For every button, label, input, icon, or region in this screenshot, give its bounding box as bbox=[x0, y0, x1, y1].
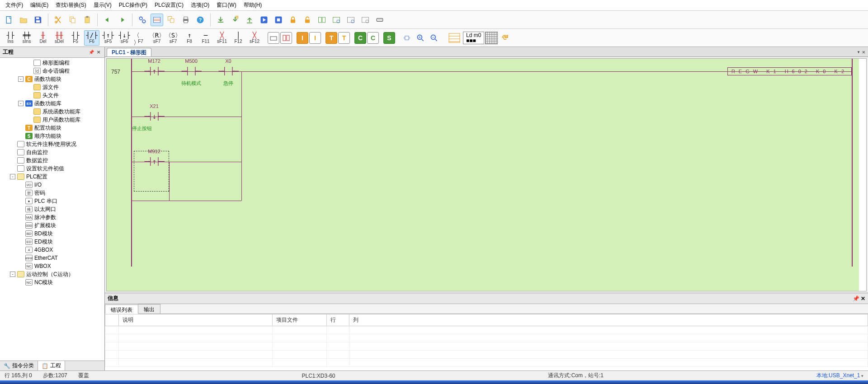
compare-button[interactable] bbox=[316, 14, 328, 26]
tree-node[interactable]: 源文件 bbox=[0, 83, 104, 91]
chip-i1[interactable]: I bbox=[297, 32, 308, 44]
info-pin-icon[interactable]: 📌 bbox=[853, 295, 859, 302]
tree-node[interactable]: BDBD模块 bbox=[0, 229, 104, 238]
editor-tab-plc1[interactable]: PLC1 - 梯形图 bbox=[107, 48, 151, 56]
tree-node[interactable]: 用户函数功能库 bbox=[0, 116, 104, 124]
ladder-sins[interactable]: ╪╪sIns bbox=[19, 30, 34, 46]
col-line[interactable]: 行 bbox=[327, 314, 349, 326]
monitor2-button[interactable] bbox=[344, 14, 357, 26]
tree-node[interactable]: 格以太网口 bbox=[0, 205, 104, 213]
contact-m172[interactable]: M172 ─┤↑├─ bbox=[143, 65, 165, 78]
tree-node[interactable]: etmlEtherCAT bbox=[0, 254, 104, 262]
contact-x21[interactable]: X21 ─┤↓├─ 停止按钮 bbox=[143, 110, 165, 123]
menu-edit[interactable]: 编辑(E) bbox=[27, 0, 52, 10]
chip-c1[interactable]: C bbox=[354, 32, 366, 44]
tree-node[interactable]: 数据监控 bbox=[0, 156, 104, 164]
editor-dropdown-icon[interactable]: ▾ bbox=[857, 49, 860, 55]
ladder-f5[interactable]: ┤├F5 bbox=[68, 30, 83, 46]
menu-file[interactable]: 文件(F) bbox=[2, 0, 27, 10]
tree-node[interactable]: -EX函数功能库 bbox=[0, 99, 104, 108]
tree-node[interactable]: NCNC模块 bbox=[0, 278, 104, 286]
find-button[interactable] bbox=[136, 14, 149, 26]
download-part-button[interactable] bbox=[229, 14, 241, 26]
panel-pin-icon[interactable]: 📌 bbox=[88, 49, 94, 56]
table-row[interactable] bbox=[105, 351, 868, 359]
undo-button[interactable] bbox=[101, 14, 114, 26]
tab-output[interactable]: 输出 bbox=[138, 304, 160, 314]
col-file[interactable]: 项目文件 bbox=[273, 314, 327, 326]
refresh-button[interactable] bbox=[499, 32, 511, 44]
ladder-sf11[interactable]: ╳sF11 bbox=[214, 30, 230, 46]
table-row[interactable] bbox=[105, 334, 868, 342]
ladder-sf7b[interactable]: 〈S〉sF7 bbox=[165, 30, 181, 46]
tree-node[interactable]: 自由监控 bbox=[0, 148, 104, 156]
table-row[interactable] bbox=[105, 359, 868, 367]
open-file-button[interactable] bbox=[17, 14, 30, 26]
tree-node[interactable]: NCWBOX bbox=[0, 262, 104, 270]
download-button[interactable] bbox=[214, 14, 227, 26]
contact-m500[interactable]: M500 ─┤ ├─ 待机模式 bbox=[180, 65, 203, 78]
table-row[interactable] bbox=[105, 326, 868, 334]
thumbnail-button[interactable] bbox=[485, 32, 498, 44]
tree-toggle[interactable]: - bbox=[18, 76, 24, 82]
tree-node[interactable]: ●PLC 串口 bbox=[0, 197, 104, 205]
windows-button[interactable] bbox=[165, 14, 178, 26]
tab-error-list[interactable]: 错误列表 bbox=[105, 304, 138, 314]
ladder-sf7[interactable]: 〈R〉sF7 bbox=[149, 30, 165, 46]
paste-button[interactable] bbox=[81, 14, 94, 26]
tree-node[interactable]: -C函数功能块 bbox=[0, 75, 104, 83]
tree-node[interactable]: 44GBOX bbox=[0, 246, 104, 254]
ladder-sdel[interactable]: ╫╫sDel bbox=[52, 30, 67, 46]
chip-t2[interactable]: T bbox=[338, 32, 350, 44]
new-file-button[interactable] bbox=[3, 14, 15, 26]
lock-button[interactable] bbox=[287, 14, 299, 26]
chip-c2[interactable]: C bbox=[367, 32, 379, 44]
menu-window[interactable]: 窗口(W) bbox=[213, 0, 240, 10]
tree-node[interactable]: 软元件注释/使用状况 bbox=[0, 140, 104, 148]
upload-button[interactable] bbox=[243, 14, 256, 26]
col-desc[interactable]: 说明 bbox=[119, 314, 273, 326]
project-tree[interactable]: 梯形图编程Id命令语编程-C函数功能块源文件头文件-EX函数功能库系统函数功能库… bbox=[0, 58, 104, 361]
ladder-ins[interactable]: ┤├Ins bbox=[3, 30, 18, 46]
tree-node[interactable]: 系统函数功能库 bbox=[0, 108, 104, 116]
chip-t1[interactable]: T bbox=[326, 32, 337, 44]
save-button[interactable] bbox=[32, 14, 44, 26]
ladder-mode-button[interactable] bbox=[151, 14, 163, 26]
print-button[interactable] bbox=[179, 14, 192, 26]
tree-node[interactable]: 设置软元件初值 bbox=[0, 164, 104, 173]
output-instruction[interactable]: REGW K1 H602 K0 K2 bbox=[727, 67, 852, 75]
tree-toggle[interactable]: - bbox=[18, 101, 24, 106]
ladder-f12[interactable]: │F12 bbox=[231, 30, 246, 46]
stop-button[interactable] bbox=[272, 14, 285, 26]
unlock-button[interactable] bbox=[301, 14, 314, 26]
contact-m912[interactable]: M912 ─┤↑├─ bbox=[143, 155, 165, 169]
ladder-f6[interactable]: ┤∕├F6 bbox=[84, 30, 99, 46]
menu-plc-cfg[interactable]: PLC设置(C) bbox=[151, 0, 187, 10]
tree-toggle[interactable]: - bbox=[10, 272, 15, 277]
chip-blank2[interactable] bbox=[280, 32, 292, 44]
ladder-f8[interactable]: ↑F8 bbox=[182, 30, 197, 46]
tree-node[interactable]: MA脉冲参数 bbox=[0, 213, 104, 221]
menu-plc-op[interactable]: PLC操作(P) bbox=[115, 0, 151, 10]
ladder-del[interactable]: ╫Del bbox=[35, 30, 51, 46]
ladder-sf12[interactable]: ╳sF12 bbox=[247, 30, 262, 46]
status-local[interactable]: 本地:USB_Xnet_1 bbox=[816, 372, 863, 379]
contact-x0[interactable]: X0 ─┤ ├─ 急停 bbox=[217, 65, 240, 78]
tab-instruction-category[interactable]: 🔧指令分类 bbox=[0, 361, 38, 370]
ladder-f11[interactable]: ─F11 bbox=[198, 30, 213, 46]
tree-node[interactable]: 梯形图编程 bbox=[0, 59, 104, 67]
monitor1-button[interactable] bbox=[330, 14, 343, 26]
tree-toggle[interactable]: - bbox=[10, 174, 15, 179]
error-grid[interactable]: 说明 项目文件 行 列 bbox=[105, 314, 868, 370]
col-col[interactable]: 列 bbox=[349, 314, 868, 326]
redo-button[interactable] bbox=[116, 14, 128, 26]
ladder-sf6[interactable]: ┤↓├sF6 bbox=[117, 30, 132, 46]
tree-node[interactable]: -PLC配置 bbox=[0, 173, 104, 181]
ladder-map-button[interactable] bbox=[447, 32, 462, 44]
tree-node[interactable]: 000扩展模块 bbox=[0, 221, 104, 229]
panel-close-icon[interactable]: ✕ bbox=[95, 49, 102, 56]
tree-node[interactable]: 密密码 bbox=[0, 189, 104, 197]
table-row[interactable] bbox=[105, 342, 868, 351]
chip-blank1[interactable] bbox=[268, 32, 279, 44]
tab-project[interactable]: 📋工程 bbox=[38, 361, 65, 370]
